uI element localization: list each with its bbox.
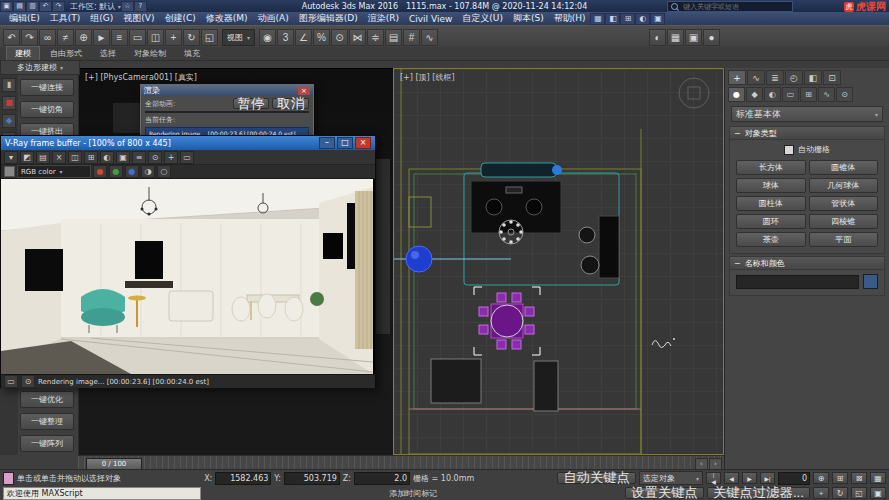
menu-item[interactable]: 渲染(R) — [363, 12, 404, 25]
zoom-icon[interactable]: ⊕ — [813, 472, 829, 484]
camera-viewport-label[interactable]: [+] [PhysCamera001] [真实] — [85, 72, 197, 83]
quick-tool-button[interactable]: 一键阵列 — [20, 435, 74, 452]
object-color-swatch[interactable] — [863, 274, 878, 289]
physical-camera[interactable] — [394, 246, 511, 272]
curve-editor-icon[interactable]: ∿ — [421, 29, 438, 46]
monochrome-icon[interactable]: ○ — [157, 165, 171, 178]
primitive-category-dropdown[interactable]: 标准基本体▾ — [731, 106, 883, 122]
object-type-button[interactable]: 四棱锥 — [809, 214, 879, 229]
play-icon[interactable]: ▶ — [742, 472, 757, 484]
cat-geometry[interactable]: ● — [728, 87, 745, 102]
blue-channel-icon[interactable]: ● — [125, 165, 139, 178]
go-to-end-icon[interactable]: ▶| — [760, 472, 775, 484]
menu-item[interactable]: 图形编辑器(D) — [294, 12, 363, 25]
top-viewport-canvas[interactable] — [394, 69, 723, 454]
object-type-button[interactable]: 平面 — [809, 232, 879, 247]
ribbon-tab[interactable]: 自由形式 — [42, 47, 90, 60]
object-type-rollout-header[interactable]: −对象类型 — [730, 127, 884, 140]
object-type-button[interactable]: 几何球体 — [809, 178, 879, 193]
tab-display[interactable]: ◧ — [804, 70, 822, 85]
object-type-button[interactable]: 圆锥体 — [809, 160, 879, 175]
go-to-start-icon[interactable]: |◀ — [706, 472, 721, 484]
render-production-icon[interactable]: ● — [703, 29, 720, 46]
ribbon-tab[interactable]: 填充 — [176, 47, 208, 60]
red-channel-icon[interactable]: ● — [93, 165, 107, 178]
color-correction-icon[interactable]: + — [164, 151, 178, 164]
close-icon[interactable]: × — [355, 137, 371, 149]
rendered-frame-window-icon[interactable]: ▣ — [685, 29, 702, 46]
use-pivot-center-icon[interactable]: ◉ — [259, 29, 276, 46]
auto-key-button[interactable]: 自动关键点 — [557, 472, 636, 484]
close-icon[interactable]: × — [298, 87, 310, 95]
cat-shapes[interactable]: ◆ — [746, 87, 763, 102]
angle-snap-icon[interactable]: ∠ — [295, 29, 312, 46]
snaps-toggle-icon[interactable]: 3 — [277, 29, 294, 46]
object-type-button[interactable]: 长方体 — [736, 160, 806, 175]
cancel-button[interactable]: 取消 — [272, 98, 309, 109]
menu-item[interactable]: 帮助(H) — [549, 12, 591, 25]
load-image-icon[interactable]: ▤ — [36, 151, 50, 164]
select-and-move-icon[interactable]: + — [165, 29, 182, 46]
z-coordinate-field[interactable] — [354, 472, 410, 485]
object-type-button[interactable]: 圆柱体 — [736, 196, 806, 211]
layer-manager-icon[interactable]: ▤ — [385, 29, 402, 46]
rectangular-selection-region-icon[interactable]: ▭ — [129, 29, 146, 46]
undo-quick-icon[interactable]: ↶ — [39, 1, 52, 12]
select-by-name-icon[interactable]: ≡ — [111, 29, 128, 46]
select-and-link-icon[interactable]: ∞ — [39, 29, 56, 46]
zoom-extents-icon[interactable]: ⊠ — [851, 472, 867, 484]
tab-motion[interactable]: ◴ — [785, 70, 803, 85]
bind-to-spacewarp-icon[interactable]: ⊕ — [75, 29, 92, 46]
show-grid-icon[interactable]: ◧ — [605, 13, 620, 25]
region-render-icon[interactable]: ⊞ — [84, 151, 98, 164]
unlink-selection-icon[interactable]: ≠ — [57, 29, 74, 46]
cat-cameras[interactable]: ▭ — [782, 87, 799, 102]
compare-ab-icon[interactable]: ◐ — [100, 151, 114, 164]
object-name-input[interactable] — [736, 275, 859, 289]
top-viewport-label[interactable]: [+] [顶] [线框] — [400, 72, 455, 83]
green-channel-icon[interactable]: ● — [109, 165, 123, 178]
save-file-icon[interactable]: ▥ — [26, 1, 39, 12]
zoom-all-icon[interactable]: ⊞ — [832, 472, 848, 484]
minimize-icon[interactable]: – — [319, 137, 335, 149]
strip-panel-icon[interactable]: ▮ — [2, 78, 16, 92]
time-slider[interactable]: 0 / 100 ‹› — [78, 455, 724, 470]
object-type-button[interactable]: 管状体 — [809, 196, 879, 211]
name-color-rollout-header[interactable]: −名称和颜色 — [730, 257, 884, 270]
help-icon[interactable]: ? — [134, 1, 147, 12]
tab-hierarchy[interactable]: ≣ — [766, 70, 784, 85]
save-image-icon[interactable]: ◩ — [20, 151, 34, 164]
material-editor-icon[interactable]: ◐ — [649, 29, 666, 46]
y-coordinate-field[interactable] — [284, 472, 340, 485]
select-and-scale-icon[interactable]: ◱ — [201, 29, 218, 46]
favorites-icon[interactable]: ☆ — [121, 1, 134, 12]
cat-systems[interactable]: ⊙ — [836, 87, 853, 102]
tab-create[interactable]: + — [728, 70, 746, 85]
menu-item[interactable]: 自定义(U) — [457, 12, 508, 25]
add-time-tag[interactable]: 添加时间标记 — [389, 488, 437, 499]
pixel-info-icon[interactable]: ≡ — [132, 151, 146, 164]
autogrid-checkbox[interactable] — [784, 145, 794, 155]
ribbon-tab[interactable]: 对象绘制 — [126, 47, 174, 60]
menu-item[interactable]: 视图(V) — [118, 12, 159, 25]
render-history-icon[interactable]: ▣ — [116, 151, 130, 164]
set-key-button[interactable]: 设置关键点 — [625, 487, 704, 499]
graph-editors-icon[interactable]: # — [403, 29, 420, 46]
vfb-menu-icon[interactable]: ▾ — [4, 151, 18, 164]
viewport-config-icon[interactable]: ▣ — [870, 487, 886, 499]
menu-item[interactable]: 工具(T) — [45, 12, 86, 25]
maximize-viewport-icon[interactable]: ◱ — [851, 487, 867, 499]
viewport-layout-icon[interactable]: ▦ — [590, 13, 605, 25]
ribbon-tab[interactable]: 建模 — [6, 46, 40, 60]
window-crossing-icon[interactable]: ◫ — [147, 29, 164, 46]
vfb-title-bar[interactable]: V-Ray frame buffer - [100% of 800 x 445]… — [1, 136, 375, 150]
cat-helpers[interactable]: ⊞ — [800, 87, 817, 102]
quick-tool-button[interactable]: 一键连接 — [20, 79, 74, 96]
shading-menu-icon[interactable]: ◐ — [635, 13, 650, 25]
workspace-dropdown[interactable]: 工作区: 默认 ▾ — [70, 1, 121, 12]
region-status-icon[interactable]: ▭ — [4, 375, 18, 388]
render-menu-icon[interactable]: ▣ — [650, 13, 665, 25]
open-file-icon[interactable]: ▤ — [13, 1, 26, 12]
object-type-button[interactable]: 圆环 — [736, 214, 806, 229]
pause-button[interactable]: 暂停 — [233, 98, 270, 109]
